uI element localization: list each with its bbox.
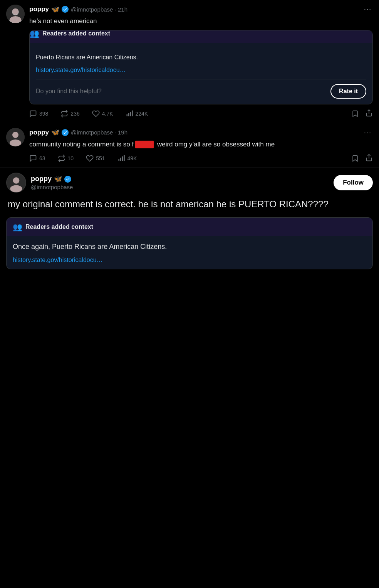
redacted-word: [135, 141, 154, 148]
note-3-body: Once again, Puerto Ricans are American C…: [13, 242, 366, 252]
svg-point-21: [13, 177, 20, 184]
readers-icon-3: 👥: [13, 222, 22, 232]
svg-rect-9: [130, 112, 131, 116]
tweet-1: poppy 🦋 @imnotpopbase · 21h ⋯ he’s not e…: [0, 0, 379, 123]
tweet-2-actions: 63 10 551 49K: [29, 154, 373, 163]
tweet-2-butterfly: 🦋: [51, 128, 59, 136]
note-3-title: Readers added context: [25, 223, 93, 230]
tweet-2-meta: poppy 🦋 @imnotpopbase · 19h ⋯: [29, 128, 373, 137]
tweet-2-handle-time: @imnotpopbase · 19h: [71, 129, 127, 136]
tweet-1-avatar[interactable]: [6, 5, 25, 23]
tweet-2: poppy 🦋 @imnotpopbase · 19h ⋯ community …: [0, 123, 379, 168]
tweet-3-avatar[interactable]: [6, 173, 26, 193]
tweet-2-avatar[interactable]: [6, 128, 25, 146]
svg-point-6: [10, 16, 21, 23]
tweet-1-share-action[interactable]: [365, 109, 373, 118]
readers-icon-1: 👥: [30, 30, 39, 38]
tweet-3-verified: [64, 176, 71, 183]
tweet-3-meta: poppy 🦋: [31, 175, 329, 183]
note-1-link[interactable]: history.state.gov/historicaldocu…: [36, 67, 366, 74]
svg-rect-15: [118, 159, 119, 161]
svg-rect-8: [128, 113, 129, 116]
tweet-3-text: my original comment is correct. he is no…: [6, 197, 373, 211]
tweet-1-reply-action[interactable]: 398: [29, 110, 48, 118]
rate-it-button[interactable]: Rate it: [330, 84, 366, 99]
svg-point-14: [10, 139, 21, 146]
tweet-3-user-info: poppy 🦋 @imnotpopbase: [31, 175, 329, 190]
note-1-footer: Do you find this helpful? Rate it: [36, 79, 366, 99]
note-1-header-bg: 👥 Readers added context: [29, 30, 373, 43]
tweet-2-more-button[interactable]: ⋯: [362, 128, 373, 137]
tweet-1-meta: poppy 🦋 @imnotpopbase · 21h ⋯: [29, 5, 373, 14]
note-1-helpful-text: Do you find this helpful?: [36, 88, 102, 95]
tweet-1-butterfly: 🦋: [51, 5, 59, 13]
tweet-1-username[interactable]: poppy: [29, 5, 49, 13]
tweet-1-more-button[interactable]: ⋯: [362, 5, 373, 14]
svg-rect-10: [132, 110, 133, 116]
svg-rect-16: [120, 158, 121, 161]
tweet-1-text: he’s not even american: [29, 16, 373, 26]
tweet-2-like-action[interactable]: 551: [86, 155, 105, 162]
svg-rect-7: [126, 114, 127, 116]
tweet-3-butterfly: 🦋: [54, 175, 62, 183]
tweet-1-actions: 398 236 4.7K 224K: [29, 109, 373, 118]
tweet-2-main: poppy 🦋 @imnotpopbase · 19h ⋯ community …: [29, 128, 373, 163]
tweet-3-username[interactable]: poppy: [31, 175, 52, 183]
note-1-body-wrapper: Puerto Ricans are American Citizens. his…: [30, 47, 372, 104]
tweet-1-verified: [62, 6, 69, 13]
tweet-3-community-note: 👥 Readers added context Once again, Puer…: [6, 217, 373, 269]
tweet-1-community-note: 👥 Readers added context Puerto Ricans ar…: [29, 30, 373, 104]
svg-point-5: [12, 8, 18, 15]
tweet-2-header: poppy 🦋 @imnotpopbase · 19h ⋯ community …: [6, 128, 373, 163]
note-1-body: Puerto Ricans are American Citizens.: [36, 53, 366, 62]
tweet-2-share-action[interactable]: [365, 154, 373, 163]
tweet-1-views-action[interactable]: 224K: [126, 110, 148, 118]
tweet-1-handle-time: @imnotpopbase · 21h: [71, 6, 127, 13]
note-3-body-wrapper: Once again, Puerto Ricans are American C…: [7, 236, 372, 269]
tweet-1-retweet-action[interactable]: 236: [60, 110, 79, 118]
tweet-3: poppy 🦋 @imnotpopbase Follow my original…: [0, 168, 379, 211]
tweet-2-retweet-action[interactable]: 10: [58, 155, 74, 162]
note-3-link[interactable]: history.state.gov/historicaldocu…: [13, 257, 103, 263]
svg-rect-17: [122, 156, 123, 161]
tweet-1-like-action[interactable]: 4.7K: [92, 110, 113, 118]
tweet-1-bookmark-action[interactable]: [351, 110, 359, 118]
tweet-3-handle: @imnotpopbase: [31, 184, 329, 190]
tweet-2-username[interactable]: poppy: [29, 129, 49, 136]
note-1-title: Readers added context: [42, 30, 110, 37]
follow-button[interactable]: Follow: [334, 175, 373, 190]
tweet-1-header: poppy 🦋 @imnotpopbase · 21h ⋯ he’s not e…: [6, 5, 373, 118]
svg-rect-18: [124, 155, 125, 161]
tweet-2-verified: [62, 129, 69, 136]
tweet-1-main: poppy 🦋 @imnotpopbase · 21h ⋯ he’s not e…: [29, 5, 373, 118]
tweet-2-bookmark-action[interactable]: [351, 155, 359, 162]
note-3-header-bg: 👥 Readers added context: [7, 218, 372, 236]
tweet-2-views-action[interactable]: 49K: [117, 155, 137, 162]
tweet-3-header: poppy 🦋 @imnotpopbase Follow: [6, 173, 373, 193]
tweet-2-text: community noting a comment is so f weird…: [29, 139, 373, 150]
tweet-2-reply-action[interactable]: 63: [29, 155, 45, 162]
svg-point-13: [12, 132, 18, 138]
